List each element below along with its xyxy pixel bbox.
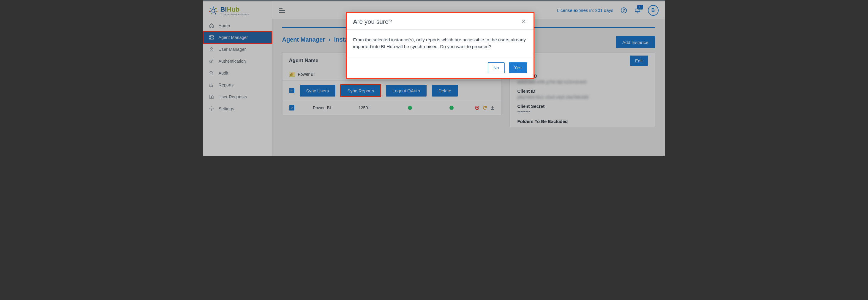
- confirm-dialog: Are you sure? From the selected instance…: [346, 12, 534, 79]
- dialog-yes-button[interactable]: Yes: [509, 62, 527, 73]
- dialog-title: Are you sure?: [353, 18, 392, 25]
- close-icon[interactable]: [521, 19, 527, 25]
- dialog-no-button[interactable]: No: [488, 62, 505, 73]
- dialog-body: From the selected instance(s), only repo…: [347, 29, 533, 58]
- app-viewport: BIHub YOUR BI SEARCH ENGINE Home Agent M…: [203, 0, 665, 156]
